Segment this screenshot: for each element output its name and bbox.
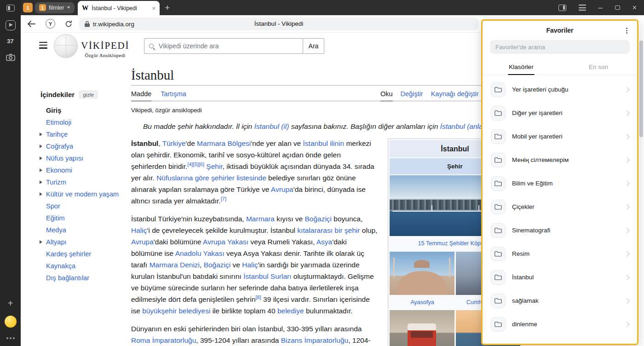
folder-item[interactable]: Менің сілтемелерім [487,148,632,172]
toc-item[interactable]: Spor [40,200,129,212]
tab-folders[interactable]: Klasörler [483,59,560,75]
article-link[interactable]: Haliç [242,261,258,269]
folder-item[interactable]: İstanbul [487,265,632,289]
article-link[interactable]: Marmara Bölgesi [197,139,251,147]
article-link[interactable]: Şehir [206,162,222,170]
new-tab-button[interactable]: + [165,3,170,13]
expand-arrow-icon[interactable] [40,180,42,184]
view-tab[interactable]: Kaynağı değiştir [431,90,479,98]
toc-item[interactable]: Medya [40,224,129,236]
toc-link[interactable]: Spor [46,202,60,210]
scrollbar-thumb[interactable] [639,40,643,137]
article-link[interactable]: Türkiye [162,139,186,147]
toc-link[interactable]: Coğrafya [46,143,73,150]
article-link[interactable]: Roma İmparatorluğu [131,336,196,344]
article-link[interactable]: İstanbul (il) [254,122,289,130]
toc-item[interactable]: Dış bağlantılar [40,272,129,284]
expand-arrow-icon[interactable] [40,133,42,136]
toc-link[interactable]: Eğitim [46,214,65,222]
video-service-icon[interactable] [6,20,16,30]
folder-item[interactable]: Çiçekler [487,195,632,219]
tab-istanbul-vikipedi[interactable]: W İstanbul - Vikipedi × [78,1,160,15]
ayasofya-photo[interactable] [390,252,454,295]
side-panel-icon[interactable] [558,5,566,11]
minimize-button[interactable]: – [598,6,603,10]
expand-arrow-icon[interactable] [40,144,42,148]
folder-item[interactable]: Diğer yer işaretleri [487,101,632,125]
article-link[interactable]: Anadolu Yakası [175,249,224,257]
toc-link[interactable]: Dış bağlantılar [46,274,89,282]
article-link[interactable]: İstanbul Surları [243,272,291,280]
add-panel-button[interactable]: + [8,298,13,309]
tram-photo[interactable] [390,310,454,346]
article-link[interactable]: Boğaziçi [305,215,332,223]
article-link[interactable]: Avrupa [131,238,154,246]
wiki-search-button[interactable]: Ara [303,38,324,54]
folder-item[interactable]: dinlenme [487,312,632,336]
toc-item[interactable]: Coğrafya [40,140,129,152]
toc-item[interactable]: Kardeş şehirler [40,248,129,260]
toc-item[interactable]: Giriş [40,104,129,116]
reference-link[interactable]: [5] [193,161,199,167]
favorites-search-input[interactable] [490,40,630,54]
toc-item[interactable]: Turizm [40,176,129,188]
expand-arrow-icon[interactable] [40,156,42,160]
wiki-menu-icon[interactable] [39,42,47,49]
toc-item[interactable]: Kaynakça [40,260,129,272]
toc-link[interactable]: Kardeş şehirler [46,250,91,258]
kebab-menu-icon[interactable] [623,27,630,34]
toc-item[interactable]: Kültür ve modern yaşam [40,188,129,200]
toc-item[interactable]: Nüfus yapısı [40,152,129,164]
toc-link[interactable]: Nüfus yapısı [46,155,83,162]
article-link[interactable]: Nüfuslarına göre şehirler listesinde [156,174,266,182]
folder-item[interactable]: Bilim ve Eğitim [487,172,632,195]
article-link[interactable]: kıtalararası bir şehir [297,226,360,234]
camera-icon[interactable] [6,53,15,61]
refresh-button[interactable] [65,20,72,29]
more-options-icon[interactable] [10,337,12,339]
infobox-caption-ayasofya[interactable]: Ayasofya [390,296,455,309]
folder-item[interactable]: Yer işaretleri çubuğu [487,78,632,101]
reference-link[interactable]: [4] [187,161,193,167]
view-tab[interactable]: Oku [380,90,393,98]
toc-link[interactable]: Turizm [46,179,66,186]
folder-item[interactable]: Sinematografi [487,219,632,242]
close-tab-icon[interactable]: × [152,5,155,12]
toc-item[interactable]: Tarihçe [40,128,129,140]
tab-group-chip[interactable]: 1 filmler [35,2,75,13]
maximize-button[interactable] [615,6,620,10]
article-link[interactable]: Boğaziçi [204,261,231,269]
article-link[interactable]: Asya [316,238,332,246]
article-link[interactable]: Avrupa Yakası [203,238,248,246]
article-link[interactable]: Bizans İmparatorluğu [281,336,348,344]
expand-arrow-icon[interactable] [40,192,42,196]
article-link[interactable]: Marmara [246,215,275,223]
toc-link[interactable]: Ekonomi [46,167,72,174]
wiki-search-box[interactable] [144,38,303,54]
article-link[interactable]: İstanbul ilinin [303,139,345,147]
article-link[interactable]: büyükşehir belediyesi [142,307,210,315]
toc-item[interactable]: Altyapı [40,236,129,248]
article-link[interactable]: belediye [277,307,304,315]
reference-link[interactable]: [7] [221,196,226,202]
notifications-badge[interactable]: 37 [7,38,13,45]
reference-link[interactable]: [8] [256,294,261,300]
toc-link[interactable]: Etimoloji [46,119,71,126]
expand-arrow-icon[interactable] [40,168,42,172]
toc-link[interactable]: Altyapı [46,238,67,246]
folder-item[interactable]: sağlamak [487,289,632,312]
close-window-button[interactable]: × [632,4,637,12]
toc-item[interactable]: Eğitim [40,212,129,224]
toc-hide-button[interactable]: gizle [79,91,98,98]
tab-madde[interactable]: Madde [131,90,151,98]
browser-menu-icon[interactable] [579,5,586,11]
article-link[interactable]: Avrupa [271,185,293,193]
folder-item[interactable]: Mobil yer işaretleri [487,125,632,148]
toc-item[interactable]: Etimoloji [40,116,129,128]
tab-recent[interactable]: En son [560,59,637,75]
toc-link[interactable]: Kaynakça [46,262,75,270]
wiki-search-input[interactable] [158,42,298,50]
toc-item[interactable]: Ekonomi [40,164,129,176]
view-tab[interactable]: Değiştir [401,90,423,98]
wikipedia-logo[interactable] [54,34,78,58]
